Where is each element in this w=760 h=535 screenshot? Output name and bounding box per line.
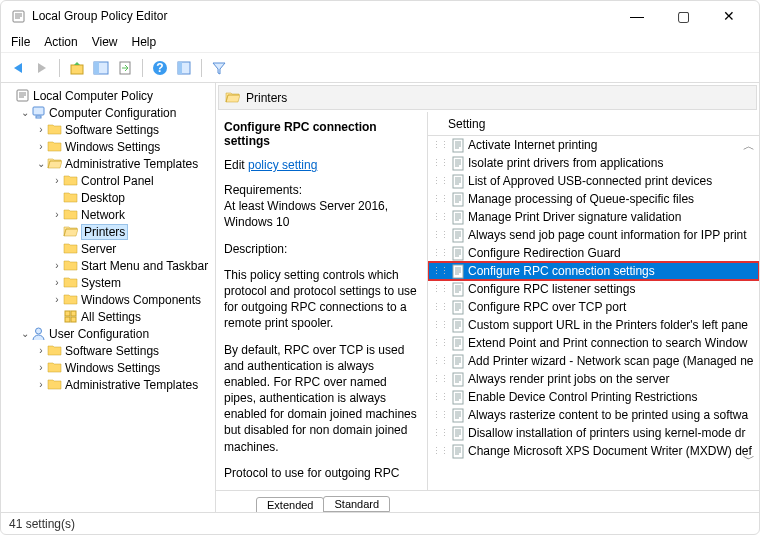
all-icon (63, 309, 78, 324)
tree-item-label: Local Computer Policy (33, 89, 153, 103)
tree-item-label: Desktop (81, 191, 125, 205)
list-item-label: Manage Print Driver signature validation (468, 210, 681, 224)
setting-icon (451, 174, 465, 189)
tree-item[interactable]: ›Control Panel (3, 172, 213, 189)
scroll-down-icon[interactable]: ﹀ (743, 451, 757, 468)
list-item[interactable]: ⋮⋮Configure Redirection Guard (428, 244, 759, 262)
tree-item[interactable]: ›Administrative Templates (3, 376, 213, 393)
description-para-1: This policy setting controls which proto… (224, 267, 419, 332)
menu-action[interactable]: Action (44, 35, 77, 49)
setting-icon (451, 390, 465, 405)
list-item[interactable]: ⋮⋮Always rasterize content to be printed… (428, 406, 759, 424)
setting-icon (451, 246, 465, 261)
expander-icon[interactable]: › (51, 294, 63, 305)
expander-icon[interactable]: › (51, 277, 63, 288)
help-button[interactable]: ? (151, 59, 169, 77)
expander-icon[interactable]: › (35, 362, 47, 373)
properties-button[interactable] (175, 59, 193, 77)
expander-icon[interactable]: ⌄ (35, 158, 47, 169)
up-button[interactable] (68, 59, 86, 77)
setting-icon (451, 354, 465, 369)
folder-icon (47, 360, 62, 375)
tree-item[interactable]: ›Network (3, 206, 213, 223)
folder-open-icon (47, 156, 62, 171)
list-item[interactable]: ⋮⋮Always render print jobs on the server (428, 370, 759, 388)
tree-item[interactable]: ›Windows Settings (3, 359, 213, 376)
list-item[interactable]: ⋮⋮Custom support URL in the Printers fol… (428, 316, 759, 334)
forward-button[interactable] (33, 59, 51, 77)
list-item[interactable]: ⋮⋮Isolate print drivers from application… (428, 154, 759, 172)
tree-pane[interactable]: Local Computer Policy⌄Computer Configura… (1, 83, 216, 512)
scroll-up-icon[interactable]: ︿ (743, 138, 757, 155)
expander-icon[interactable]: ⌄ (19, 107, 31, 118)
setting-icon (451, 210, 465, 225)
path-label: Printers (246, 91, 287, 105)
expander-icon[interactable]: › (35, 141, 47, 152)
expander-icon[interactable]: › (35, 379, 47, 390)
description-pane: Configure RPC connection settings Edit p… (216, 112, 428, 490)
tree-item[interactable]: Desktop (3, 189, 213, 206)
tree-item[interactable]: ›Software Settings (3, 121, 213, 138)
list-item[interactable]: ⋮⋮Configure RPC connection settings (428, 262, 759, 280)
expander-icon[interactable]: › (35, 124, 47, 135)
list-item[interactable]: ⋮⋮Disallow installation of printers usin… (428, 424, 759, 442)
tree-item[interactable]: All Settings (3, 308, 213, 325)
tree-item[interactable]: ⌄User Configuration (3, 325, 213, 342)
list-body[interactable]: ︿ ﹀ ⋮⋮Activate Internet printing⋮⋮Isolat… (428, 136, 759, 490)
tree-item-label: All Settings (81, 310, 141, 324)
list-item[interactable]: ⋮⋮Configure RPC over TCP port (428, 298, 759, 316)
maximize-button[interactable]: ▢ (669, 8, 697, 24)
list-item[interactable]: ⋮⋮Manage processing of Queue-specific fi… (428, 190, 759, 208)
show-tree-button[interactable] (92, 59, 110, 77)
edit-policy-link[interactable]: policy setting (248, 158, 317, 172)
tree-item[interactable]: ›System (3, 274, 213, 291)
list-item-label: Activate Internet printing (468, 138, 597, 152)
export-button[interactable] (116, 59, 134, 77)
list-item-label: Configure RPC connection settings (468, 264, 655, 278)
expander-icon[interactable]: › (51, 260, 63, 271)
tree-item[interactable]: Local Computer Policy (3, 87, 213, 104)
setting-icon (451, 444, 465, 459)
folder-open-icon (63, 224, 78, 239)
tab-standard[interactable]: Standard (323, 496, 390, 512)
expander-icon[interactable]: › (35, 345, 47, 356)
list-item[interactable]: ⋮⋮List of Approved USB-connected print d… (428, 172, 759, 190)
list-item[interactable]: ⋮⋮Enable Device Control Printing Restric… (428, 388, 759, 406)
folder-icon (63, 207, 78, 222)
tree-item[interactable]: ›Software Settings (3, 342, 213, 359)
tree-item[interactable]: ⌄Administrative Templates (3, 155, 213, 172)
menu-view[interactable]: View (92, 35, 118, 49)
grip-icon: ⋮⋮ (432, 158, 448, 168)
list-item[interactable]: ⋮⋮Add Printer wizard - Network scan page… (428, 352, 759, 370)
menu-help[interactable]: Help (132, 35, 157, 49)
back-button[interactable] (9, 59, 27, 77)
tree-item-label: System (81, 276, 121, 290)
expander-icon[interactable]: › (51, 175, 63, 186)
svg-text:?: ? (156, 61, 163, 75)
tree-item[interactable]: ›Windows Components (3, 291, 213, 308)
list-item[interactable]: ⋮⋮Activate Internet printing (428, 136, 759, 154)
list-header[interactable]: Setting (428, 112, 759, 136)
list-item[interactable]: ⋮⋮Always send job page count information… (428, 226, 759, 244)
tree-item-label: Computer Configuration (49, 106, 176, 120)
list-item[interactable]: ⋮⋮Change Microsoft XPS Document Writer (… (428, 442, 759, 460)
tab-extended[interactable]: Extended (256, 497, 324, 512)
tree-item[interactable]: ›Windows Settings (3, 138, 213, 155)
tree-item[interactable]: ›Start Menu and Taskbar (3, 257, 213, 274)
tree-item[interactable]: Printers (3, 223, 213, 240)
tree-item-label: Software Settings (65, 344, 159, 358)
list-item[interactable]: ⋮⋮Configure RPC listener settings (428, 280, 759, 298)
tree-item[interactable]: Server (3, 240, 213, 257)
expander-icon[interactable]: › (51, 209, 63, 220)
tree-item[interactable]: ⌄Computer Configuration (3, 104, 213, 121)
close-button[interactable]: ✕ (715, 8, 743, 24)
status-text: 41 setting(s) (9, 517, 75, 531)
list-item[interactable]: ⋮⋮Manage Print Driver signature validati… (428, 208, 759, 226)
list-item-label: Custom support URL in the Printers folde… (468, 318, 748, 332)
menu-file[interactable]: File (11, 35, 30, 49)
list-item[interactable]: ⋮⋮Extend Point and Print connection to s… (428, 334, 759, 352)
tree-item-label: Administrative Templates (65, 378, 198, 392)
expander-icon[interactable]: ⌄ (19, 328, 31, 339)
filter-button[interactable] (210, 59, 228, 77)
minimize-button[interactable]: — (623, 8, 651, 24)
